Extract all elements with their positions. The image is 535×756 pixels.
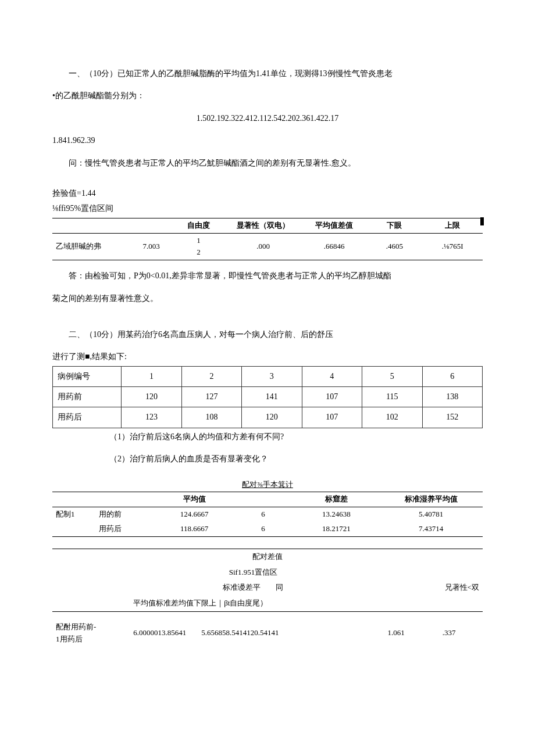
q2-sub1: （1）治疗前后这6名病人的均值和方差有何不同? <box>52 431 483 443</box>
q2-r1-c5: 115 <box>362 387 422 407</box>
q2-th-4: 4 <box>302 366 362 386</box>
q2-diff-row-sig: .337 <box>415 612 483 655</box>
q1-th-meandiff: 平均值差值 <box>302 218 366 233</box>
q1-th-lower: 下眼 <box>366 218 422 233</box>
q2-sr2-mean: 118.6667 <box>156 522 233 536</box>
q2-diff-hdr2: 标准谩差平 同 <box>130 580 377 596</box>
q2-sr1-mean: 124.6667 <box>156 507 233 522</box>
q2-row1-label: 用药前 <box>53 387 122 407</box>
q2-diff-table: 配对差值 Sif1.951置信区 标准谩差平 同 兄著性<双 平均值标准差均值下… <box>52 549 483 655</box>
q2-r2-c5: 102 <box>362 407 422 428</box>
q1-data-line1: 1.502.192.322.412.112.542.202.361.422.17 <box>52 112 483 125</box>
q2-sr2-g <box>52 522 95 536</box>
q2-data-table: 病例编号 1 2 3 4 5 6 用药前 120 127 141 107 115… <box>52 366 483 428</box>
q1-th-stub-mark <box>480 217 484 225</box>
q2-sr1-g: 配制1 <box>52 507 95 522</box>
q2-diff-ci-row: Sif1.951置信区 <box>52 565 483 581</box>
q2-sh-blank2 <box>95 492 156 507</box>
table-row: 配酎用药前- 1用药后 6.0000013.85641 5.656858.541… <box>52 612 483 655</box>
q1-test-value: 拴验值=1.44 <box>52 187 483 200</box>
q2-sr2-sem: 7.43714 <box>379 522 483 536</box>
q1-table-row: 乙域胆碱的弗 7.003 1 2 .000 .66846 .4605 .⅛765… <box>52 233 483 260</box>
q2-diff-row-vals: 6.0000013.85641 5.656858.5414120.54141 <box>130 612 377 655</box>
q2-diff-title-row: 配对差值 <box>52 549 483 564</box>
q2-stats-title: 配对⅜手本箕计 <box>52 478 483 492</box>
q2-diff-hdr2-row: 标准谩差平 同 兄著性<双 <box>52 580 483 596</box>
q2-stats-table: 配对⅜手本箕计 平均值 标窟差 标准湿养平均值 配制1 用的前 124.6667… <box>52 478 483 537</box>
q1-th-blank2 <box>130 218 173 233</box>
q1-th-df: 自由度 <box>173 218 224 233</box>
q1-answer-line2: 菊之间的差别有显著性意义。 <box>52 292 483 305</box>
q2-stats-title-row: 配对⅜手本箕计 <box>52 478 483 492</box>
q1-th-upper-text: 上限 <box>445 221 460 230</box>
document-page: 一、（10分）已知正常人的乙酰胆碱脂酶的平均值为1.41单位，现测得13例慢性气… <box>0 0 535 687</box>
q2-sub2: （2）治疗前后病人的血质是否有显著变化？ <box>52 453 483 465</box>
q2-r2-c2: 108 <box>181 407 241 428</box>
q2-r1-c2: 127 <box>181 387 241 407</box>
q2-r1-c3: 141 <box>242 387 302 407</box>
q1-table: 自由度 显著性（双电） 平均值差值 下眼 上限 乙域胆碱的弗 7.003 1 2… <box>52 218 483 260</box>
q2-th-6: 6 <box>422 366 483 386</box>
q2-diff-title: 配对差值 <box>52 549 483 564</box>
q2-sh-mean: 平均值 <box>156 492 233 507</box>
q2-r2-c1: 123 <box>122 407 181 428</box>
table-row: 用药前 120 127 141 107 115 138 <box>53 387 483 407</box>
q2-r2-c6: 152 <box>422 407 483 428</box>
q2-diff-row-label: 配酎用药前- 1用药后 <box>52 612 130 655</box>
q2-sr2-label: 用药后 <box>95 522 156 536</box>
q2-prompt-line2: 进行了测■,结果如下: <box>52 350 483 363</box>
q1-prompt-line1: 一、（10分）已知正常人的乙酰胆碱脂酶的平均值为1.41单位，现测得13例慢性气… <box>52 67 483 80</box>
q1-th-sig: 显著性（双电） <box>224 218 302 233</box>
q1-td-lower: .4605 <box>366 233 422 260</box>
q1-table-header-row: 自由度 显著性（双电） 平均值差值 下眼 上限 <box>52 218 483 233</box>
q2-sr1-sd: 13.24638 <box>293 507 379 522</box>
table-row: 配制1 用的前 124.6667 6 13.24638 5.40781 <box>52 507 483 522</box>
q2-prompt-line1: 二、（10分）用某药治疗6名高血压病人，对每一个病人治疗前、后的舒压 <box>52 328 483 341</box>
q2-diff-ci: Sif1.951置信区 <box>130 565 377 581</box>
q1-prompt-line2: •的乙酰胆碱酯髓分别为： <box>52 89 483 102</box>
q1-td-label: 乙域胆碱的弗 <box>52 233 130 260</box>
q1-question: 问：慢性气管炎患者与正常人的平均乙魷胆碱酯酒之间的差别有无显著性.愈义。 <box>52 157 483 170</box>
q2-diff-hdr3: 平均值标准差均值下限上｜βt自由度尾） <box>130 596 483 611</box>
q2-r1-c4: 107 <box>302 387 362 407</box>
q1-answer-line1: 答：由检验可知，P为0<0.01,差异非常显著，即慢性气管炎患者与正常人的平均乙… <box>52 270 483 282</box>
table-row: 用药后 118.6667 6 18.21721 7.43714 <box>52 522 483 536</box>
q2-sr1-label: 用的前 <box>95 507 156 522</box>
q2-r2-c4: 107 <box>302 407 362 428</box>
table-row: 用药后 123 108 120 107 102 152 <box>53 407 483 428</box>
q1-td-upper: .⅛765I <box>422 233 483 260</box>
q2-diff-right: 兄著性<双 <box>415 580 483 596</box>
q2-sr2-n: 6 <box>233 522 294 536</box>
q1-td-t: 7.003 <box>130 233 173 260</box>
q2-r2-c3: 120 <box>242 407 302 428</box>
q2-row2-label: 用药后 <box>53 407 122 428</box>
q2-th-caseid: 病例编号 <box>53 366 122 386</box>
q2-sr1-n: 6 <box>233 507 294 522</box>
q2-stats-header-row: 平均值 标窟差 标准湿养平均值 <box>52 492 483 507</box>
q2-r1-c1: 120 <box>122 387 181 407</box>
q2-r1-c6: 138 <box>422 387 483 407</box>
q2-sh-sd: 标窟差 <box>293 492 379 507</box>
q2-th-1: 1 <box>122 366 181 386</box>
q1-td-df: 1 2 <box>173 233 224 260</box>
q2-sh-blank1 <box>52 492 95 507</box>
q2-th-2: 2 <box>181 366 241 386</box>
q2-sh-n <box>233 492 294 507</box>
q2-th-3: 3 <box>242 366 302 386</box>
q1-th-upper: 上限 <box>422 218 483 233</box>
q2-th-5: 5 <box>362 366 422 386</box>
q1-data-line2: 1.841.962.39 <box>52 134 483 147</box>
q1-th-blank1 <box>52 218 130 233</box>
q1-td-meandiff: .66846 <box>302 233 366 260</box>
q2-sr2-sd: 18.21721 <box>293 522 379 536</box>
table-row: 病例编号 1 2 3 4 5 6 <box>53 366 483 386</box>
q1-td-sig: .000 <box>224 233 302 260</box>
q2-diff-row-t: 1.061 <box>377 612 416 655</box>
q2-diff-hdr3-row: 平均值标准差均值下限上｜βt自由度尾） <box>52 596 483 611</box>
q2-sh-sem: 标准湿养平均值 <box>379 492 483 507</box>
q2-sr1-sem: 5.40781 <box>379 507 483 522</box>
q1-ci-label: ⅛ffi95%置信区间 <box>52 202 483 215</box>
